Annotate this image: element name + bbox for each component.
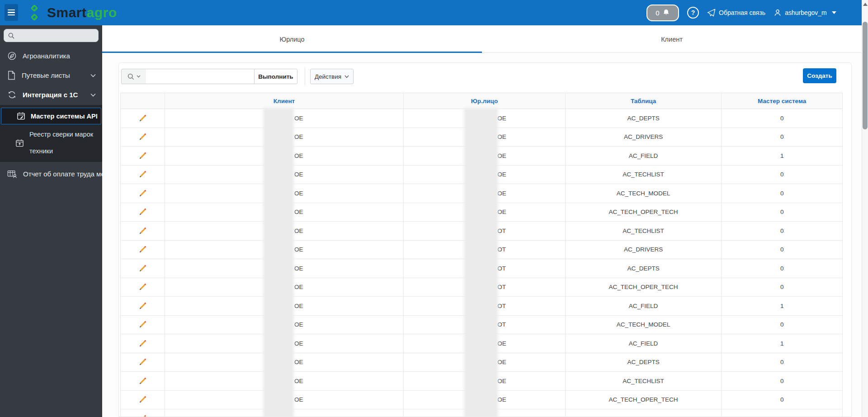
caret-down-icon: [832, 11, 836, 14]
top-bar: Smartagro 0 ? Обратная связь: [0, 0, 862, 25]
master-system-cell: 0: [722, 391, 842, 409]
actions-column-header: [121, 93, 165, 109]
tab-client[interactable]: Клиент: [482, 25, 862, 53]
edit-row-button[interactable]: [138, 227, 147, 235]
sidebar-item-labor-pay-report[interactable]: Отчет об оплате труда ме: [0, 164, 102, 184]
row-actions-cell: [121, 391, 165, 409]
client-column-header[interactable]: Клиент: [165, 93, 404, 109]
row-actions-cell: [121, 334, 165, 353]
feedback-link[interactable]: Обратная связь: [707, 9, 765, 17]
user-menu[interactable]: ashurbegov_m: [774, 9, 836, 17]
entity-value-suffix: OE: [497, 378, 506, 384]
master-system-cell: 0: [722, 372, 842, 390]
table-name-cell: AC_FIELD: [566, 334, 722, 353]
client-value-suffix: OE: [294, 133, 303, 140]
scrollbar-thumb[interactable]: [863, 22, 868, 129]
client-value-suffix: OE: [294, 152, 303, 159]
pencil-icon: [138, 170, 147, 179]
edit-row-button[interactable]: [138, 114, 147, 123]
client-value-suffix: OE: [294, 190, 303, 197]
sidebar-item-registry-verification[interactable]: Реестр сверки марок техники: [15, 127, 101, 159]
sidebar-item-1c-integration[interactable]: Интеграция с 1С: [0, 85, 102, 104]
table-name-cell: AC_TECH_OPER_TECH: [566, 278, 722, 297]
pencil-icon: [138, 208, 147, 216]
entity-value-suffix: OE: [497, 415, 506, 417]
edit-row-button[interactable]: [138, 245, 147, 254]
client-value-suffix: OE: [294, 303, 303, 309]
help-button[interactable]: ?: [687, 7, 699, 19]
edit-row-button[interactable]: [138, 152, 147, 160]
create-button[interactable]: Создать: [803, 68, 836, 83]
entity-value-suffix: OE: [497, 190, 506, 197]
edit-row-button[interactable]: [138, 339, 147, 348]
row-actions-cell: [121, 109, 165, 128]
edit-row-button[interactable]: [138, 320, 147, 329]
execute-button[interactable]: Выполнить: [254, 69, 297, 84]
table-name-cell: AC_DRIVERS: [566, 241, 722, 259]
row-actions-cell: [121, 278, 165, 297]
entity-value-suffix: OT: [497, 284, 506, 290]
chevron-down-icon: [137, 75, 141, 78]
sidebar-item-waybills[interactable]: Путевые листы: [0, 66, 102, 85]
chevron-down-icon: [90, 74, 96, 77]
edit-row-button[interactable]: [138, 302, 147, 310]
table-name-cell: AC_DEPTS: [566, 109, 722, 128]
app-root: Smartagro 0 ? Обратная связь: [0, 0, 868, 417]
document-icon: [7, 71, 16, 80]
notifications-count: 0: [656, 9, 659, 17]
report-search-input[interactable]: [146, 69, 255, 84]
table-column-header[interactable]: Таблица: [566, 93, 722, 109]
pencil-icon: [138, 152, 147, 160]
scrollbar-up-arrow-icon[interactable]: [863, 3, 868, 6]
notifications-button[interactable]: 0: [646, 5, 679, 21]
redaction-overlay-entity: [466, 110, 496, 417]
paper-plane-icon: [707, 9, 716, 17]
client-value-suffix: OE: [294, 246, 303, 253]
client-value-suffix: OE: [294, 284, 303, 290]
entity-value-suffix: OT: [497, 227, 506, 234]
master-system-column-header[interactable]: Мастер система: [722, 93, 842, 109]
pencil-icon: [138, 414, 147, 417]
edit-row-button[interactable]: [138, 395, 147, 404]
table-name-cell: AC_TECH_MODEL: [566, 316, 722, 334]
edit-row-button[interactable]: [138, 414, 147, 417]
search-column-selector[interactable]: [121, 69, 146, 84]
edit-row-button[interactable]: [138, 189, 147, 198]
page-scrollbar[interactable]: [862, 0, 868, 417]
master-system-cell: 0: [722, 166, 842, 184]
row-actions-cell: [121, 203, 165, 222]
entity-column-header[interactable]: Юр.лицо: [404, 93, 566, 109]
edit-row-button[interactable]: [138, 377, 147, 385]
pencil-icon: [138, 264, 147, 273]
master-system-cell: 0: [722, 222, 842, 240]
row-actions-cell: [121, 409, 165, 417]
master-system-cell: 0: [722, 184, 842, 203]
master-system-cell: 1: [722, 297, 842, 315]
row-actions-cell: [121, 297, 165, 315]
sidebar-item-label: Отчет об оплате труда ме: [23, 170, 102, 178]
tab-legal-entity[interactable]: Юрлицо: [102, 25, 482, 53]
sidebar-item-agroanalytics[interactable]: Агроаналитика: [0, 46, 102, 66]
sidebar-item-master-systems-api[interactable]: Мастер системы API: [1, 108, 101, 124]
entity-value-suffix: OE: [497, 340, 506, 347]
client-value-suffix: OE: [294, 321, 303, 328]
edit-row-button[interactable]: [138, 283, 147, 291]
master-system-cell: 0: [722, 278, 842, 297]
row-actions-cell: [121, 184, 165, 203]
edit-row-button[interactable]: [138, 133, 147, 141]
sidebar-search-input[interactable]: [18, 32, 94, 39]
edit-row-button[interactable]: [138, 264, 147, 273]
pencil-icon: [138, 339, 147, 348]
edit-row-button[interactable]: [138, 170, 147, 179]
table-name-cell: AC_FIELD: [566, 147, 722, 165]
actions-menu-button[interactable]: Действия: [310, 69, 354, 84]
client-value-suffix: OE: [294, 340, 303, 347]
table-name-cell: AC_TECH_MODEL: [566, 184, 722, 203]
edit-row-button[interactable]: [138, 358, 147, 366]
hamburger-menu-button[interactable]: [5, 4, 18, 21]
pencil-icon: [138, 189, 147, 198]
client-value-suffix: OE: [294, 396, 303, 403]
edit-row-button[interactable]: [138, 208, 147, 216]
client-value-suffix: OE: [294, 115, 303, 122]
sidebar-submenu-1c: Мастер системы API Реестр сверки марок т…: [0, 105, 102, 162]
